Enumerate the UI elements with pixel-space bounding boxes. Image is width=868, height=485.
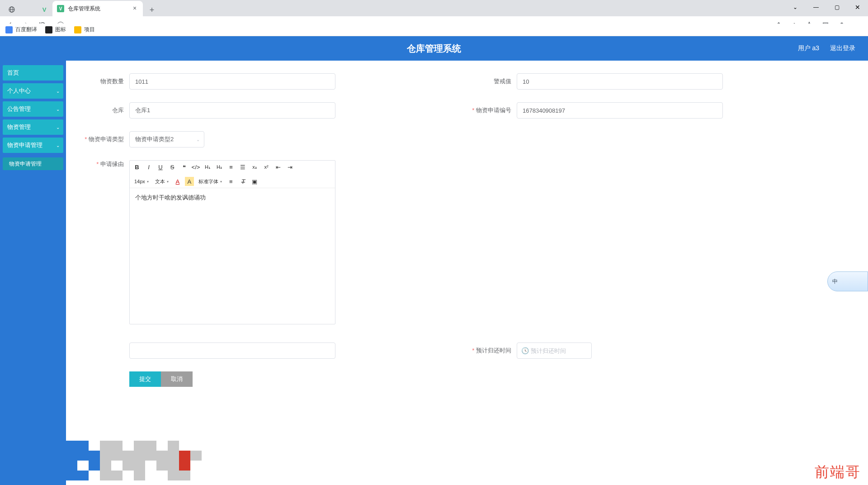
window-maximize-icon[interactable]: ▢ bbox=[826, 0, 847, 14]
window-controls: ⌄ — ▢ ✕ bbox=[785, 0, 868, 14]
bookmark-icon bbox=[45, 26, 52, 33]
bookmark-label: 百度翻译 bbox=[15, 26, 37, 33]
tabs-row: V V 仓库管理系统 × + ⌄ — ▢ ✕ bbox=[0, 0, 868, 16]
new-tab-button[interactable]: + bbox=[146, 4, 158, 16]
tab-active[interactable]: V 仓库管理系统 × bbox=[52, 1, 143, 16]
window-expand-icon[interactable]: ⌄ bbox=[785, 0, 806, 14]
window-minimize-icon[interactable]: — bbox=[806, 0, 826, 14]
bookmark-label: 图标 bbox=[55, 26, 66, 33]
tab-inactive-globe[interactable] bbox=[4, 3, 20, 16]
bookmark-label: 项目 bbox=[84, 26, 95, 33]
bookmark-icons[interactable]: 图标 bbox=[45, 26, 66, 33]
bookmark-icon bbox=[5, 26, 13, 33]
tab-title: 仓库管理系统 bbox=[68, 5, 127, 13]
bookmark-baidu[interactable]: 百度翻译 bbox=[5, 26, 37, 33]
bookmark-project[interactable]: 项目 bbox=[74, 26, 95, 33]
bookmarks-bar: 百度翻译 图标 项目 bbox=[0, 24, 868, 34]
favicon-icon: V bbox=[57, 5, 64, 12]
folder-icon bbox=[74, 26, 81, 33]
tab-close-icon[interactable]: × bbox=[131, 5, 138, 12]
tab-inactive-2[interactable] bbox=[20, 3, 36, 16]
tab-inactive-vue[interactable]: V bbox=[36, 3, 52, 16]
window-close-icon[interactable]: ✕ bbox=[847, 0, 868, 14]
